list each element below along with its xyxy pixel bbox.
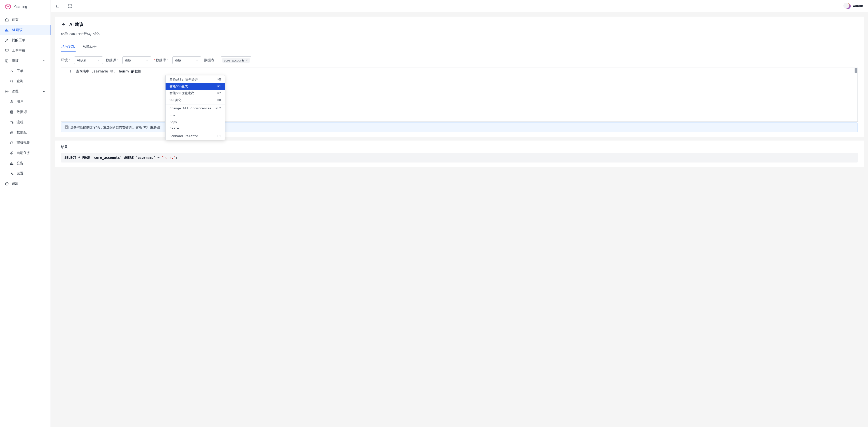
env-value: Aliyun [77, 58, 86, 62]
ctx-command-palette[interactable]: Command PaletteF1 [165, 133, 225, 139]
svg-rect-7 [10, 121, 11, 122]
chevron-up-icon [42, 59, 45, 62]
fx-icon [10, 69, 14, 73]
sidebar-item-permission[interactable]: 权限组 [0, 127, 51, 138]
ctx-copy[interactable]: Copy [165, 119, 225, 125]
sidebar-label: AI 建议 [12, 28, 23, 32]
tab-write-sql[interactable]: 填写SQL [61, 42, 75, 52]
page-title: AI 建议 [69, 22, 84, 27]
bag-icon [10, 141, 14, 145]
back-arrow-icon[interactable] [61, 22, 66, 27]
result-title: 结果 [61, 145, 858, 149]
main: admin AI 建议 使用ChatGPT进行SQL优化 填写SQL 智能助手 … [51, 0, 868, 427]
form-row: 环境： Aliyun 数据源： ddp *数据库： ddp [61, 56, 858, 64]
content: AI 建议 使用ChatGPT进行SQL优化 填写SQL 智能助手 环境： Al… [51, 12, 868, 427]
table-multiselect[interactable]: core_accounts [221, 56, 251, 64]
ctx-merge-alter[interactable]: 多条alter语句合并⌘M [165, 76, 225, 83]
sidebar-label: 审核 [12, 59, 19, 63]
search-icon [10, 79, 14, 83]
sidebar-item-logout[interactable]: 退出 [0, 179, 51, 189]
user-icon [10, 100, 14, 104]
sql-editor[interactable]: 1 查询表中 username 等于 henry 的数据 多条alter语句合并… [61, 67, 858, 122]
sidebar-item-home[interactable]: 首页 [0, 15, 51, 25]
app-name: Yearning [14, 5, 27, 8]
sidebar-item-settings[interactable]: 设置 [0, 168, 51, 179]
username: admin [853, 4, 863, 8]
topbar: admin [51, 0, 868, 12]
sidebar-item-audit[interactable]: 审核 [0, 56, 51, 66]
sidebar-item-manage[interactable]: 管理 [0, 86, 51, 96]
sidebar-label: 审核规则 [17, 141, 30, 145]
ds-select[interactable]: ddp [122, 56, 151, 64]
sidebar-label: 退出 [12, 181, 19, 186]
info-icon: ▲ [65, 125, 68, 129]
chart-icon [10, 161, 14, 165]
svg-rect-9 [10, 132, 13, 134]
page-header: AI 建议 [61, 22, 858, 27]
ds-value: ddp [125, 58, 131, 62]
ctx-sql-generate[interactable]: 智能SQL生成⌘1 [165, 83, 225, 90]
sidebar-label: 首页 [12, 18, 19, 22]
main-card: AI 建议 使用ChatGPT进行SQL优化 填写SQL 智能助手 环境： Al… [55, 17, 864, 137]
sidebar-label: 公告 [17, 161, 23, 165]
close-icon[interactable] [246, 59, 248, 62]
database-icon [10, 110, 14, 114]
sidebar-item-order-apply[interactable]: 工单申请 [0, 46, 51, 56]
sidebar-label: 权限组 [17, 130, 27, 135]
sidebar-item-users[interactable]: 用户 [0, 96, 51, 107]
logout-icon [5, 182, 9, 186]
chevron-up-icon [42, 90, 45, 93]
tab-assistant[interactable]: 智能助手 [83, 42, 97, 52]
fullscreen-icon[interactable] [68, 4, 72, 8]
sidebar-item-my-orders[interactable]: 我的工单 [0, 35, 51, 46]
ctx-sql-optimize[interactable]: 智能SQL优化建议⌘2 [165, 90, 225, 96]
chevron-down-icon [195, 59, 198, 62]
ctx-sql-format[interactable]: SQL美化⌘B [165, 96, 225, 104]
user-menu[interactable]: admin [845, 3, 863, 9]
ctx-paste[interactable]: Paste [165, 125, 225, 131]
editor-line: 查询表中 username 等于 henry 的数据 [76, 69, 856, 74]
sidebar-item-audit-order[interactable]: 工单 [0, 66, 51, 76]
avatar [845, 3, 851, 9]
ctx-change-all[interactable]: Change All Occurrences⌘F2 [165, 105, 225, 111]
sidebar-label: 工单 [17, 69, 23, 73]
sidebar-item-auto[interactable]: 自动任务 [0, 148, 51, 158]
ctx-cut[interactable]: Cut [165, 113, 225, 119]
flow-icon [10, 120, 14, 124]
gear-icon [5, 89, 9, 93]
minimap-icon[interactable] [855, 68, 857, 73]
collapse-sidebar-icon[interactable] [56, 4, 60, 8]
sidebar-item-flow[interactable]: 流程 [0, 117, 51, 127]
clipboard-icon [5, 59, 9, 63]
sidebar-item-datasource[interactable]: 数据源 [0, 107, 51, 117]
home-icon [5, 18, 9, 22]
wrench-icon [10, 172, 14, 175]
chevron-down-icon [146, 59, 149, 62]
table-label: 数据表： [204, 58, 218, 62]
result-sql: SELECT * FROM `core_accounts` WHERE `use… [61, 153, 858, 163]
chevron-down-icon [97, 59, 100, 62]
sidebar-label: 流程 [17, 120, 23, 124]
env-label: 环境： [61, 58, 71, 62]
sidebar-label: 查询 [17, 79, 23, 83]
db-select[interactable]: ddp [173, 56, 201, 64]
logo-area[interactable]: Yearning [0, 0, 51, 13]
table-tag: core_accounts [222, 58, 250, 63]
svg-point-3 [10, 80, 12, 82]
sidebar-item-audit-query[interactable]: 查询 [0, 76, 51, 86]
sidebar-label: 我的工单 [12, 38, 25, 42]
sidebar-label: 自动任务 [17, 151, 30, 155]
sidebar-item-notice[interactable]: 公告 [0, 158, 51, 168]
sidebar-label: 数据源 [17, 110, 27, 114]
sidebar-label: 用户 [17, 99, 23, 104]
sidebar-item-ai[interactable]: AI 建议 [0, 25, 51, 35]
editor-code[interactable]: 查询表中 username 等于 henry 的数据 多条alter语句合并⌘M… [74, 68, 858, 121]
context-menu: 多条alter语句合并⌘M 智能SQL生成⌘1 智能SQL优化建议⌘2 SQL美… [165, 75, 225, 140]
sidebar-item-rules[interactable]: 审核规则 [0, 138, 51, 148]
nav: 首页 AI 建议 我的工单 工单申请 审核 工单 [0, 13, 51, 427]
env-select[interactable]: Aliyun [74, 56, 103, 64]
ds-label: 数据源： [106, 58, 120, 62]
hint-text: 选择对应的数据库/表，通过编辑器内右键调出 智能 SQL 生成/建 [70, 125, 160, 130]
db-value: ddp [175, 58, 181, 62]
monitor-icon [5, 49, 9, 53]
